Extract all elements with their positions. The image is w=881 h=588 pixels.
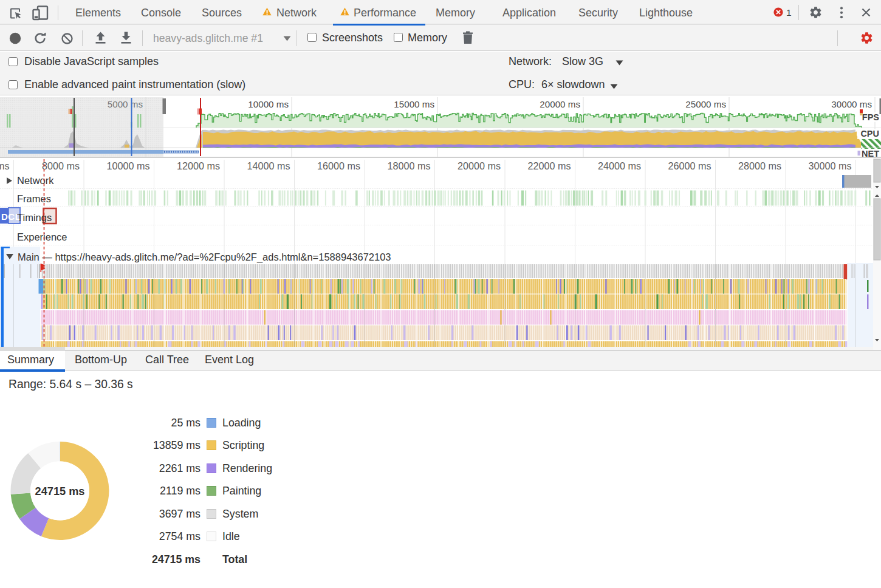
- svg-text:Experience: Experience: [17, 231, 67, 242]
- svg-text:16000 ms: 16000 ms: [317, 160, 360, 171]
- svg-text:6000 ms: 6000 ms: [0, 160, 10, 171]
- svg-text:26000 ms: 26000 ms: [668, 160, 711, 171]
- svg-text:Timings: Timings: [17, 212, 52, 223]
- svg-text:5000 ms: 5000 ms: [108, 99, 143, 109]
- svg-text:10000 ms: 10000 ms: [106, 160, 149, 171]
- svg-text:Main — https://heavy-ads.glitc: Main — https://heavy-ads.glitch.me/?ad=%…: [18, 251, 391, 263]
- svg-text:14000 ms: 14000 ms: [247, 160, 290, 171]
- svg-text:12000 ms: 12000 ms: [177, 160, 220, 171]
- svg-text:Frames: Frames: [17, 193, 51, 204]
- svg-text:10000 ms: 10000 ms: [248, 99, 289, 109]
- svg-text:CPU: CPU: [860, 129, 879, 138]
- svg-text:20000 ms: 20000 ms: [458, 160, 501, 171]
- svg-text:FPS: FPS: [862, 112, 880, 122]
- svg-text:NET: NET: [862, 149, 879, 158]
- svg-text:22000 ms: 22000 ms: [527, 160, 571, 171]
- svg-text:30000 ms: 30000 ms: [808, 160, 851, 171]
- svg-text:8000 ms: 8000 ms: [42, 160, 80, 171]
- svg-text:24715 ms: 24715 ms: [35, 485, 85, 497]
- svg-text:28000 ms: 28000 ms: [738, 160, 781, 171]
- svg-text:20000 ms: 20000 ms: [540, 99, 580, 109]
- svg-text:24000 ms: 24000 ms: [598, 160, 641, 171]
- svg-text:Network: Network: [17, 175, 54, 186]
- svg-text:15000 ms: 15000 ms: [394, 99, 434, 109]
- svg-text:18000 ms: 18000 ms: [387, 160, 430, 171]
- svg-text:25000 ms: 25000 ms: [685, 99, 726, 109]
- svg-text:30000 ms: 30000 ms: [831, 99, 872, 109]
